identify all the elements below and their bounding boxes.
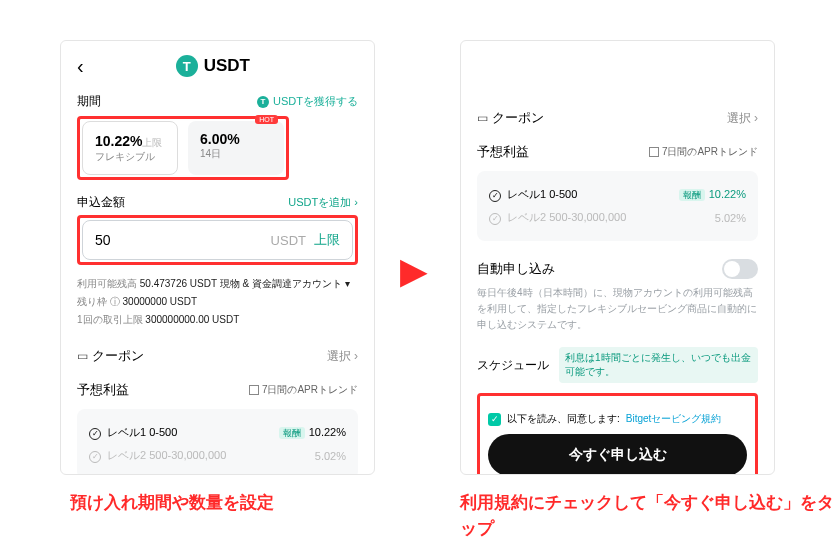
amount-label: 申込金額	[77, 194, 125, 211]
auto-subscribe-desc: 毎日午後4時（日本時間）に、現物アカウントの利用可能残高を利用して、指定したフレ…	[477, 285, 758, 333]
subscribe-button[interactable]: 今すぐ申し込む	[488, 434, 747, 475]
amount-input[interactable]	[95, 232, 195, 248]
est-profit-label: 予想利益	[477, 143, 529, 161]
check-icon-disabled: ✓	[489, 213, 501, 225]
add-usdt-link[interactable]: USDTを追加 ›	[288, 195, 358, 210]
caption-right: 利用規約にチェックして「今すぐ申し込む」をタップ	[460, 490, 840, 541]
est-profit-label: 予想利益	[77, 381, 129, 399]
chart-icon	[649, 147, 659, 157]
earn-usdt-link[interactable]: T USDTを獲得する	[257, 94, 358, 109]
coupon-icon: ▭	[77, 349, 88, 363]
tether-icon: T	[176, 55, 198, 77]
reward-badge: 報酬	[679, 189, 705, 201]
screen-subscribe-settings: ‹ T USDT 期間 T USDTを獲得する 10.22%上限 フレキシブル …	[60, 40, 375, 475]
auto-subscribe-label: 自動申し込み	[477, 260, 555, 278]
highlight-amount: USDT 上限	[77, 215, 358, 265]
asset-symbol: USDT	[204, 56, 250, 76]
agree-checkbox[interactable]: ✓	[488, 413, 501, 426]
check-icon-disabled: ✓	[89, 451, 101, 463]
highlight-agree-cta: ✓ 以下を読み、同意します: Bitgetセービング規約 今すぐ申し込む	[477, 393, 758, 475]
apr-trend-link[interactable]: 7日間のAPRトレンド	[649, 145, 758, 159]
agree-text: 以下を読み、同意します:	[507, 412, 620, 426]
flow-arrow-icon: ▶	[400, 250, 428, 292]
back-icon[interactable]: ‹	[77, 56, 84, 76]
schedule-label: スケジュール	[477, 357, 549, 374]
schedule-note: 利息は1時間ごとに発生し、いつでも出金可能です。	[559, 347, 758, 383]
amount-input-row: USDT 上限	[82, 220, 353, 260]
period-option-14d[interactable]: HOT 6.00% 14日	[188, 121, 284, 175]
reward-badge: 報酬	[279, 427, 305, 439]
coupon-row[interactable]: ▭クーポン 選択 ›	[477, 109, 758, 127]
chart-icon	[249, 385, 259, 395]
check-icon: ✓	[89, 428, 101, 440]
tether-mini-icon: T	[257, 96, 269, 108]
hot-badge: HOT	[255, 115, 278, 124]
coupon-icon: ▭	[477, 111, 488, 125]
screen-subscribe-confirm: ▭クーポン 選択 › 予想利益 7日間のAPRトレンド ✓レベル1 0-500 …	[460, 40, 775, 475]
highlight-period: 10.22%上限 フレキシブル HOT 6.00% 14日	[77, 116, 289, 180]
check-icon: ✓	[489, 190, 501, 202]
amount-max-button[interactable]: 上限	[314, 231, 340, 249]
amount-meta: 利用可能残高 50.473726 USDT 現物 & 資金調達アカウント ▾ 残…	[77, 275, 358, 329]
period-label: 期間	[77, 93, 101, 110]
tier-box: ✓レベル1 0-500 報酬10.22% ✓レベル2 500-30,000,00…	[77, 409, 358, 475]
terms-link[interactable]: Bitgetセービング規約	[626, 412, 722, 426]
auto-subscribe-toggle[interactable]	[722, 259, 758, 279]
amount-unit: USDT	[271, 233, 306, 248]
tier-box: ✓レベル1 0-500 報酬10.22% ✓レベル2 500-30,000,00…	[477, 171, 758, 241]
caption-left: 預け入れ期間や数量を設定	[70, 490, 274, 516]
period-option-flexible[interactable]: 10.22%上限 フレキシブル	[82, 121, 178, 175]
apr-trend-link[interactable]: 7日間のAPRトレンド	[249, 383, 358, 397]
coupon-row[interactable]: ▭クーポン 選択 ›	[77, 347, 358, 365]
